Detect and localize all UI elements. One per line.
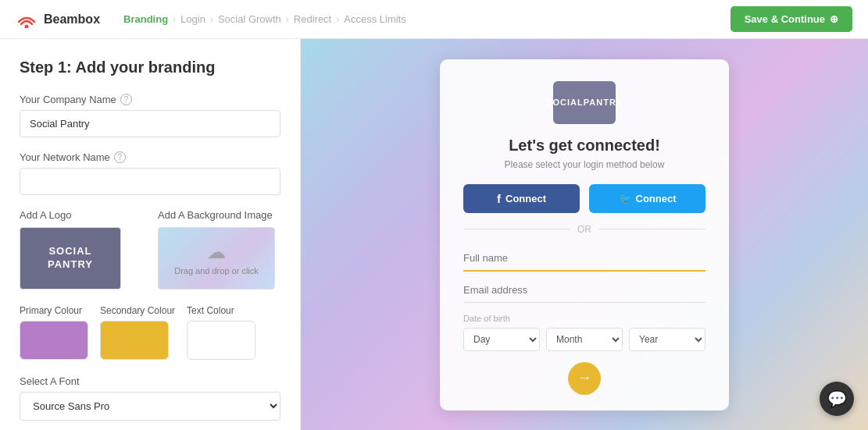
- dob-day-select[interactable]: Day: [463, 328, 540, 351]
- company-name-group: Your Company Name ?: [20, 94, 280, 137]
- bg-image-label: Add A Background Image: [158, 209, 280, 221]
- continue-button[interactable]: →: [568, 362, 601, 395]
- logo-preview[interactable]: SOCIAL PANTRY: [20, 227, 121, 290]
- arrow-icon: ⊕: [830, 13, 838, 25]
- network-name-help-icon[interactable]: ?: [114, 151, 126, 163]
- network-name-group: Your Network Name ?: [20, 151, 280, 195]
- company-name-input[interactable]: [20, 110, 280, 137]
- primary-colour-block: Primary Colour: [20, 305, 88, 360]
- primary-colour-label: Primary Colour: [20, 305, 88, 316]
- page-title: Step 1: Add your branding: [20, 59, 280, 76]
- nav-step-redirect[interactable]: Redirect: [294, 13, 331, 25]
- twitter-connect-button[interactable]: 🐦 Connect: [589, 184, 705, 213]
- facebook-connect-button[interactable]: f Connect: [463, 184, 580, 213]
- nav-step-access-limits[interactable]: Access Limits: [344, 13, 405, 25]
- secondary-colour-block: Secondary Colour: [100, 305, 175, 360]
- chevron-icon-1: ›: [173, 14, 176, 25]
- font-select[interactable]: Source Sans Pro: [20, 392, 280, 421]
- social-buttons-row: f Connect 🐦 Connect: [463, 184, 705, 213]
- secondary-colour-label: Secondary Colour: [100, 305, 175, 316]
- preview-fullname-input[interactable]: [463, 246, 705, 272]
- bg-image-dropzone[interactable]: ☁ Drag and drop or click: [158, 227, 275, 290]
- save-continue-button[interactable]: Save & Continue ⊕: [730, 6, 852, 32]
- colour-row: Primary Colour Secondary Colour Text Col…: [20, 305, 280, 360]
- preview-card: SOCIAL PANTRY Let's get connected! Pleas…: [440, 59, 729, 410]
- logo-section-label: Add A Logo: [20, 209, 142, 221]
- preview-form-fields: Date of birth Day Month Year: [463, 246, 705, 351]
- dob-selects: Day Month Year: [463, 328, 705, 351]
- dob-year-select[interactable]: Year: [629, 328, 705, 351]
- primary-colour-swatch[interactable]: [20, 321, 88, 360]
- bg-image-hint: ☁ Drag and drop or click: [174, 241, 259, 275]
- preview-subtitle: Please select your login method below: [505, 159, 665, 170]
- bg-image-block: Add A Background Image ☁ Drag and drop o…: [158, 209, 280, 290]
- facebook-icon: f: [497, 192, 501, 205]
- beambox-logo-icon: [16, 11, 38, 28]
- right-panel: SOCIAL PANTRY Let's get connected! Pleas…: [301, 39, 868, 430]
- image-row: Add A Logo SOCIAL PANTRY Add A Backgroun…: [20, 209, 280, 290]
- chevron-icon-2: ›: [210, 14, 213, 25]
- continue-arrow-icon: →: [577, 370, 591, 386]
- nav-step-branding[interactable]: Branding: [123, 13, 168, 25]
- nav-steps: Branding › Login › Social Growth › Redir…: [123, 13, 730, 25]
- font-select-label: Select A Font: [20, 375, 280, 387]
- dob-label: Date of birth: [463, 314, 705, 323]
- topnav: Beambox Branding › Login › Social Growth…: [0, 0, 868, 39]
- preview-email-input[interactable]: [463, 278, 705, 303]
- nav-step-social-growth[interactable]: Social Growth: [218, 13, 281, 25]
- text-colour-label: Text Colour: [187, 305, 255, 316]
- svg-point-0: [25, 24, 29, 28]
- preview-logo: SOCIAL PANTRY: [553, 81, 616, 124]
- main-layout: Step 1: Add your branding Your Company N…: [0, 39, 868, 430]
- text-colour-swatch[interactable]: [187, 321, 255, 360]
- chevron-icon-4: ›: [336, 14, 339, 25]
- company-name-help-icon[interactable]: ?: [120, 94, 132, 105]
- twitter-icon: 🐦: [619, 193, 631, 204]
- secondary-colour-swatch[interactable]: [100, 321, 169, 360]
- chat-widget[interactable]: 💬: [820, 382, 854, 416]
- nav-step-login[interactable]: Login: [180, 13, 205, 25]
- network-name-input[interactable]: [20, 168, 280, 195]
- preview-background: SOCIAL PANTRY Let's get connected! Pleas…: [301, 39, 868, 430]
- dob-section: Date of birth Day Month Year: [463, 314, 705, 351]
- or-line-left: [463, 229, 570, 229]
- text-colour-block: Text Colour: [187, 305, 255, 360]
- chat-icon: 💬: [827, 389, 847, 408]
- logo[interactable]: Beambox: [16, 11, 100, 28]
- chevron-icon-3: ›: [286, 14, 289, 25]
- or-line-right: [599, 229, 705, 229]
- or-divider: OR: [463, 224, 705, 235]
- cloud-upload-icon: ☁: [174, 241, 259, 263]
- preview-title: Let's get connected!: [509, 137, 660, 155]
- left-panel: Step 1: Add your branding Your Company N…: [0, 39, 301, 430]
- font-section: Select A Font Source Sans Pro: [20, 375, 280, 421]
- network-name-label: Your Network Name ?: [20, 151, 280, 163]
- logo-block: Add A Logo SOCIAL PANTRY: [20, 209, 142, 290]
- dob-month-select[interactable]: Month: [546, 328, 623, 351]
- company-name-label: Your Company Name ?: [20, 94, 280, 105]
- brand-name: Beambox: [44, 12, 100, 27]
